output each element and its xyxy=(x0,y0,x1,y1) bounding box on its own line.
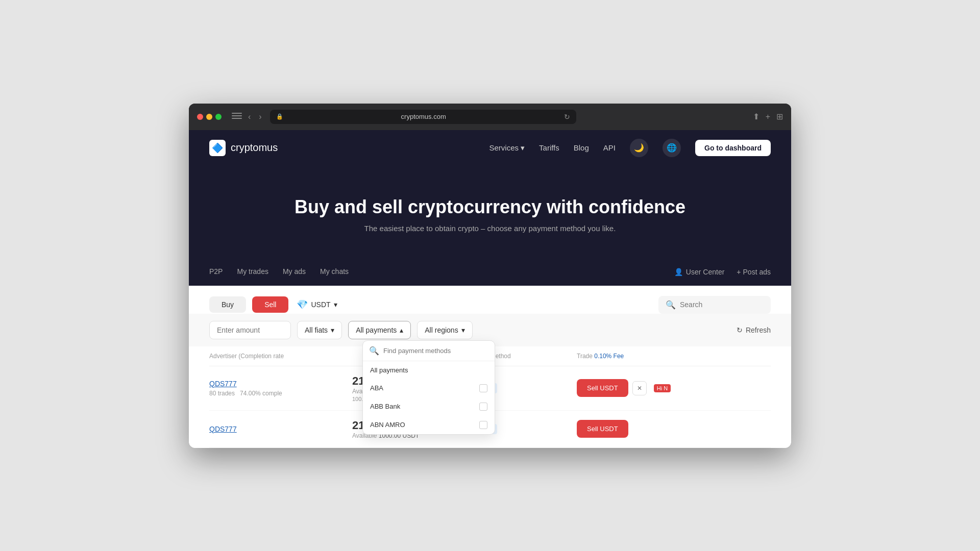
search-input[interactable] xyxy=(680,300,764,309)
hero-section: Buy and sell cryptocurrency with confide… xyxy=(189,166,791,258)
navbar: 🔷 cryptomus Services ▾ Tariffs Blog API … xyxy=(189,130,791,166)
close-row-button[interactable]: ✕ xyxy=(632,381,647,395)
minimize-window-btn[interactable] xyxy=(206,114,212,120)
tariffs-link[interactable]: Tariffs xyxy=(539,143,559,152)
advertiser-stats: 80 trades 74.00% comple xyxy=(209,390,352,397)
logo-link[interactable]: 🔷 cryptomus xyxy=(209,140,278,156)
p2p-nav: P2P My trades My ads My chats 👤 User Cen… xyxy=(189,258,791,286)
back-button[interactable]: ‹ xyxy=(246,111,253,122)
user-center-link[interactable]: 👤 User Center xyxy=(674,268,724,276)
dropdown-item-label: ABB Bank xyxy=(370,403,400,410)
my-trades-link[interactable]: My trades xyxy=(237,258,268,286)
dropdown-item-label: All payments xyxy=(370,366,408,374)
col-action xyxy=(679,353,771,360)
dropdown-item-label: ABA xyxy=(370,384,383,392)
theme-toggle-button[interactable]: 🌙 xyxy=(630,139,648,157)
sell-usdt-button[interactable]: Sell USDT xyxy=(577,420,628,438)
trade-area: Buy Sell 💎 USDT ▾ 🔍 xyxy=(189,286,791,314)
url-display: cryptomus.com xyxy=(287,113,560,120)
trade-label: Trade xyxy=(577,353,594,360)
abn-amro-checkbox[interactable] xyxy=(479,421,487,429)
sell-usdt-button[interactable]: Sell USDT xyxy=(577,379,628,397)
chevron-down-icon: ▾ xyxy=(521,143,525,153)
action-cell: Sell USDT xyxy=(577,420,679,438)
buy-button[interactable]: Buy xyxy=(209,296,246,313)
dropdown-item-abb-bank[interactable]: ABB Bank xyxy=(363,397,495,416)
payments-dropdown-menu: 🔍 All payments ABA ABB Bank xyxy=(362,340,495,435)
advertiser-cell: QDS777 xyxy=(209,425,352,433)
plus-icon: + xyxy=(737,268,741,276)
sell-button[interactable]: Sell xyxy=(252,296,288,313)
dropdown-item-label: ABN AMRO xyxy=(370,421,405,429)
dropdown-item-abn-amro[interactable]: ABN AMRO xyxy=(363,416,495,434)
nav-links: Services ▾ Tariffs Blog API 🌙 🌐 Go to da… xyxy=(489,139,771,157)
all-fiats-dropdown[interactable]: All fiats ▾ xyxy=(297,321,342,339)
my-chats-link[interactable]: My chats xyxy=(320,258,349,286)
abb-bank-checkbox[interactable] xyxy=(479,403,487,411)
my-ads-link[interactable]: My ads xyxy=(283,258,306,286)
amount-input[interactable] xyxy=(209,321,291,339)
blog-link[interactable]: Blog xyxy=(574,143,589,152)
trade-header: Buy Sell 💎 USDT ▾ 🔍 xyxy=(209,296,771,314)
p2p-nav-right: 👤 User Center + Post ads xyxy=(674,268,771,276)
logo-text: cryptomus xyxy=(231,142,278,154)
hero-title: Buy and sell cryptocurrency with confide… xyxy=(209,196,771,218)
dropdown-item-aba[interactable]: ABA xyxy=(363,379,495,397)
dropdown-item-all-payments[interactable]: All payments xyxy=(363,361,495,379)
dropdown-list: All payments ABA ABB Bank ABN AMRO xyxy=(363,361,495,434)
filter-row: All fiats ▾ All payments ▴ All regions ▾… xyxy=(189,314,791,346)
language-button[interactable]: 🌐 xyxy=(663,139,681,157)
dropdown-search-box[interactable]: 🔍 xyxy=(363,341,495,361)
search-icon: 🔍 xyxy=(666,300,676,310)
api-link[interactable]: API xyxy=(603,143,616,152)
refresh-icon: ↻ xyxy=(737,326,743,334)
share-button[interactable]: ⬆ xyxy=(753,112,760,121)
browser-controls: ‹ › xyxy=(232,111,264,122)
usdt-icon: 💎 xyxy=(297,299,308,310)
hero-subtitle: The easiest place to obtain crypto – cho… xyxy=(209,224,771,233)
advertiser-name-link[interactable]: QDS777 xyxy=(209,425,352,433)
maximize-window-btn[interactable] xyxy=(215,114,222,120)
advertiser-cell: QDS777 80 trades 74.00% comple xyxy=(209,380,352,397)
p2p-link[interactable]: P2P xyxy=(209,258,223,286)
new-tab-button[interactable]: + xyxy=(766,112,770,121)
advertiser-name-link[interactable]: QDS777 xyxy=(209,380,352,388)
browser-chrome: ‹ › 🔒 cryptomus.com ↻ ⬆ + ⊞ xyxy=(189,104,791,130)
currency-label: USDT xyxy=(311,300,330,309)
traffic-lights xyxy=(197,114,222,120)
col-trade: Trade 0.10% Fee xyxy=(577,353,679,360)
sidebar-toggle[interactable] xyxy=(232,113,242,121)
website-content: 🔷 cryptomus Services ▾ Tariffs Blog API … xyxy=(189,130,791,448)
tab-grid-button[interactable]: ⊞ xyxy=(776,112,783,121)
logo-icon: 🔷 xyxy=(209,140,226,156)
browser-actions: ⬆ + ⊞ xyxy=(753,112,783,121)
browser-window: ‹ › 🔒 cryptomus.com ↻ ⬆ + ⊞ 🔷 cryptomus … xyxy=(189,104,791,448)
trade-fee-label: 0.10% Fee xyxy=(594,353,624,360)
action-cell: Sell USDT ✕ Hi N xyxy=(577,379,679,397)
payment-search-input[interactable] xyxy=(383,347,488,355)
user-icon: 👤 xyxy=(674,268,683,276)
dashboard-button[interactable]: Go to dashboard xyxy=(695,140,771,156)
address-bar[interactable]: 🔒 cryptomus.com ↻ xyxy=(270,110,576,124)
forward-button[interactable]: › xyxy=(257,111,263,122)
reload-icon[interactable]: ↻ xyxy=(564,113,570,121)
currency-chevron-icon: ▾ xyxy=(334,300,337,309)
dropdown-search-icon: 🔍 xyxy=(369,346,379,356)
all-regions-dropdown[interactable]: All regions ▾ xyxy=(417,321,472,339)
col-advertiser: Advertiser (Completion rate xyxy=(209,353,352,360)
search-box[interactable]: 🔍 xyxy=(658,296,771,314)
payments-chevron-icon: ▴ xyxy=(400,326,403,334)
hi-badge: Hi N xyxy=(654,384,671,392)
refresh-button[interactable]: ↻ Refresh xyxy=(737,326,771,334)
fiats-chevron-icon: ▾ xyxy=(331,326,334,334)
close-window-btn[interactable] xyxy=(197,114,203,120)
post-ads-link[interactable]: + Post ads xyxy=(737,268,771,276)
p2p-nav-links: P2P My trades My ads My chats xyxy=(209,258,349,286)
currency-selector[interactable]: 💎 USDT ▾ xyxy=(295,296,339,313)
lock-icon: 🔒 xyxy=(276,113,283,120)
regions-chevron-icon: ▾ xyxy=(461,326,465,334)
aba-checkbox[interactable] xyxy=(479,384,487,392)
all-payments-dropdown[interactable]: All payments ▴ xyxy=(348,321,411,339)
services-link[interactable]: Services ▾ xyxy=(489,143,525,153)
